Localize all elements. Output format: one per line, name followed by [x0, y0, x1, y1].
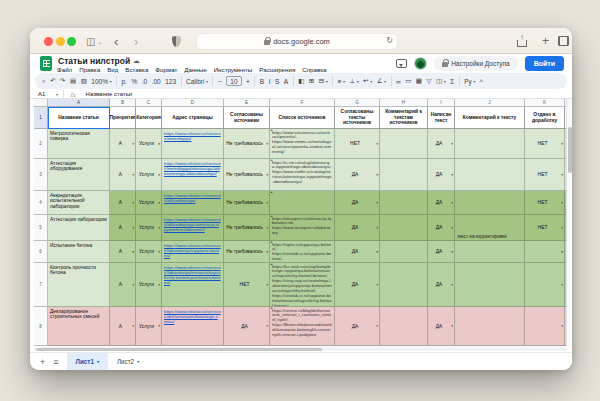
- cell-I1[interactable]: Написан текст: [428, 107, 455, 129]
- cell-J4[interactable]: [455, 191, 525, 215]
- document-title[interactable]: Статьи нилстрой: [58, 56, 130, 66]
- insert-comment-button[interactable]: ▭: [405, 77, 411, 85]
- cell-I8[interactable]: ДА▾: [428, 307, 455, 346]
- cell-H4[interactable]: [380, 191, 428, 215]
- tab-overview-icon[interactable]: [558, 28, 569, 54]
- cell-A6[interactable]: Испытание бетона: [48, 241, 110, 263]
- cell-G4[interactable]: ДА▾: [335, 191, 380, 215]
- cell-D3[interactable]: https://www.nilstroi.ru/services/metrolo…: [162, 159, 224, 191]
- cell-H6[interactable]: [380, 241, 428, 263]
- cell-G6[interactable]: ДА▾: [335, 241, 380, 263]
- column-header-B[interactable]: B: [110, 99, 136, 107]
- forward-icon[interactable]: ›: [134, 28, 138, 54]
- cell-A4[interactable]: Аккредитация испытательной лаборатории: [48, 191, 110, 215]
- row-header-4[interactable]: 4: [34, 191, 48, 215]
- cell-J7[interactable]: [455, 263, 525, 307]
- increase-decimal-button[interactable]: .00: [152, 78, 161, 85]
- avatar[interactable]: [414, 57, 427, 70]
- cell-H5[interactable]: [380, 215, 428, 241]
- column-header-I[interactable]: I: [428, 99, 455, 107]
- row-header-7[interactable]: 7: [34, 263, 48, 307]
- row-header-1[interactable]: 1: [34, 107, 48, 129]
- column-header-E[interactable]: E: [224, 99, 270, 107]
- cell-E5[interactable]: Не требовалось▾: [224, 215, 270, 241]
- font-size-increase-button[interactable]: +: [246, 78, 250, 85]
- cell-B4[interactable]: А▾: [110, 191, 136, 215]
- cell-I2[interactable]: ДА▾: [428, 129, 455, 159]
- cell-A7[interactable]: Контроль прочности бетона: [48, 263, 110, 307]
- cell-K7[interactable]: ▾: [525, 263, 565, 307]
- cell-F3[interactable]: https://ic-rm.ru/uslugi/attestaciya-ispy…: [270, 159, 335, 191]
- menu-item-7[interactable]: Расширения: [259, 66, 295, 73]
- sidebar-icon[interactable]: ◫⌄: [86, 28, 102, 54]
- cell-F7[interactable]: https://fcc-msk.ru/uslugi/kompleksnye-is…: [270, 263, 335, 307]
- horizontal-scrollbar[interactable]: [34, 347, 567, 351]
- cell-J2[interactable]: [455, 129, 525, 159]
- cell-A5[interactable]: Аттестация лаборатории: [48, 215, 110, 241]
- cell-G2[interactable]: НЕТ▾: [335, 129, 380, 159]
- cell-G5[interactable]: ДА▾: [335, 215, 380, 241]
- cell-K3[interactable]: НЕТ▾: [525, 159, 565, 191]
- cell-I6[interactable]: ДА▾: [428, 241, 455, 263]
- cell-C7[interactable]: Услуги▾: [136, 263, 162, 307]
- cell-F1[interactable]: Список источников: [270, 107, 335, 129]
- borders-button[interactable]: ⊞: [309, 77, 314, 85]
- insert-link-button[interactable]: ∞: [396, 78, 401, 85]
- table-views-button[interactable]: ◫▾: [436, 77, 446, 85]
- cell-D1[interactable]: Адрес страницы: [162, 107, 224, 129]
- add-sheet-button[interactable]: +: [40, 357, 45, 367]
- share-icon[interactable]: ↑: [517, 28, 527, 54]
- column-header-D[interactable]: D: [162, 99, 224, 107]
- cell-G1[interactable]: Согласованы тексты источников: [335, 107, 380, 129]
- cell-D2[interactable]: https://www.nilstroi.ru/services/metrolo…: [162, 129, 224, 159]
- undo-button[interactable]: ↶: [50, 77, 55, 85]
- cell-A2[interactable]: Метрологическая поверка: [48, 129, 110, 159]
- cell-E7[interactable]: НЕТ▾: [224, 263, 270, 307]
- column-header-H[interactable]: H: [380, 99, 428, 107]
- functions-button[interactable]: Σ: [450, 78, 454, 85]
- cell-C5[interactable]: Услуги▾: [136, 215, 162, 241]
- cell-A8[interactable]: Декларирование строительных смесей: [48, 307, 110, 346]
- cell-D5[interactable]: https://www.nilstroi.ru/services/akkredi…: [162, 215, 224, 241]
- cell-C8[interactable]: Услуги▾: [136, 307, 162, 346]
- sheet-tab-Лист2[interactable]: Лист2▾: [108, 353, 148, 370]
- text-rotation-button[interactable]: ∠▾: [377, 77, 386, 85]
- paint-format-button[interactable]: ▨: [81, 77, 87, 85]
- horizontal-align-button[interactable]: ≡▾: [338, 78, 345, 85]
- zoom-select[interactable]: 100%▾: [91, 78, 111, 85]
- cell-D4[interactable]: https://www.nilstroi.ru/services/akkredi…: [162, 191, 224, 215]
- row-header-3[interactable]: 3: [34, 159, 48, 191]
- search-icon[interactable]: ⌕: [42, 77, 46, 85]
- vertical-scrollbar-thumb[interactable]: [568, 127, 572, 173]
- cell-E4[interactable]: Не требовалось▾: [224, 191, 270, 215]
- text-wrap-button[interactable]: ↩▾: [363, 77, 372, 85]
- formula-input[interactable]: Название статьи: [82, 91, 133, 97]
- cell-G7[interactable]: ДА▾: [335, 263, 380, 307]
- italic-button[interactable]: I: [269, 78, 271, 85]
- menu-item-2[interactable]: Вид: [107, 66, 118, 73]
- sign-in-button[interactable]: Войти: [525, 56, 564, 71]
- column-header-K[interactable]: K: [525, 99, 565, 107]
- currency-format-button[interactable]: р.: [122, 78, 127, 85]
- horizontal-scrollbar-thumb[interactable]: [36, 348, 322, 351]
- font-size-decrease-button[interactable]: −: [218, 78, 222, 85]
- cell-D8[interactable]: https://www.nilstroi.ru/services/deklari…: [162, 307, 224, 346]
- cell-A1[interactable]: Название статьи: [48, 107, 110, 129]
- decrease-decimal-button[interactable]: .0: [142, 78, 147, 85]
- column-header-G[interactable]: G: [335, 99, 380, 107]
- cell-I5[interactable]: ДА▾: [428, 215, 455, 241]
- cell-C2[interactable]: Услуги▾: [136, 129, 162, 159]
- menu-item-5[interactable]: Данные: [184, 66, 206, 73]
- cell-C4[interactable]: Услуги▾: [136, 191, 162, 215]
- strikethrough-button[interactable]: S: [275, 78, 279, 85]
- cell-B2[interactable]: А▾: [110, 129, 136, 159]
- font-size-value[interactable]: 10: [226, 76, 241, 86]
- cell-J5[interactable]: текст на корректировке: [455, 215, 525, 241]
- cell-D7[interactable]: https://www.nilstroi.ru/services/laborat…: [162, 263, 224, 307]
- cell-C6[interactable]: Услуги▾: [136, 241, 162, 263]
- sheets-logo-icon[interactable]: [40, 56, 52, 71]
- cell-A3[interactable]: Аттестация оборудования: [48, 159, 110, 191]
- more-formats-button[interactable]: 123: [165, 78, 176, 85]
- select-all-corner[interactable]: [34, 99, 48, 107]
- cell-J3[interactable]: [455, 159, 525, 191]
